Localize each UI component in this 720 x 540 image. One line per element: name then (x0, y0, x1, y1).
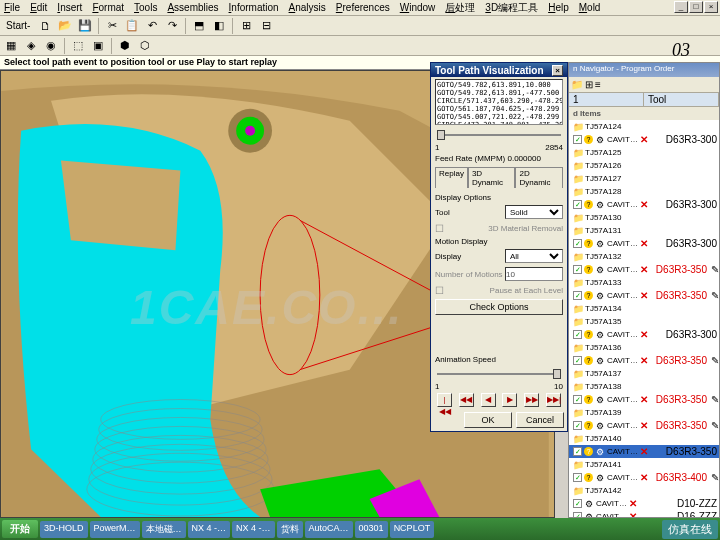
toolbar-btn[interactable]: ⬢ (116, 37, 134, 55)
forward-button[interactable]: ▶▶ (524, 393, 539, 407)
tree-item[interactable]: 📁TJ57A127 (569, 172, 719, 185)
ok-button[interactable]: OK (464, 412, 512, 428)
toolbar-btn[interactable]: 📂 (56, 17, 74, 35)
tree-item[interactable]: 📁TJ57A136 (569, 341, 719, 354)
checkbox-icon[interactable]: ✓ (573, 421, 582, 430)
tree-item[interactable]: 📁TJ57A125 (569, 146, 719, 159)
toolbar-btn[interactable]: ◈ (22, 37, 40, 55)
checkbox-icon[interactable]: ✓ (573, 512, 582, 517)
tree-item[interactable]: ✓?⚙CAVIT…✕D63R3-350✎ (569, 263, 719, 276)
tree-item[interactable]: 📁TJ57A135 (569, 315, 719, 328)
menu-item[interactable]: Information (229, 2, 279, 13)
step-fwd-button[interactable]: ▶ (502, 393, 517, 407)
tree-item[interactable]: 📁TJ57A126 (569, 159, 719, 172)
forward-end-button[interactable]: ▶▶| (546, 393, 561, 407)
menu-item[interactable]: 后处理 (445, 1, 475, 15)
toolbar-btn[interactable]: ◉ (42, 37, 60, 55)
checkbox-icon[interactable]: ✓ (573, 499, 582, 508)
toolbar-btn[interactable]: ⬒ (190, 17, 208, 35)
tree-item[interactable]: ✓?⚙CAVIT…✕D63R3-350✎ (569, 393, 719, 406)
tab-3d-dynamic[interactable]: 3D Dynamic (468, 167, 516, 188)
taskbar-item[interactable]: 00301 (355, 521, 388, 538)
tree-item[interactable]: ✓?⚙CAVIT…✕D63R3-300 (569, 237, 719, 250)
close-button[interactable]: × (704, 1, 718, 13)
checkbox-icon[interactable]: ✓ (573, 473, 582, 482)
tree-item[interactable]: 📁TJ57A142 (569, 484, 719, 497)
start-label[interactable]: Start- (2, 20, 34, 31)
minimize-button[interactable]: _ (674, 1, 688, 13)
toolbar-btn[interactable]: ⬡ (136, 37, 154, 55)
taskbar-item[interactable]: 本地磁… (142, 521, 186, 538)
tree-item[interactable]: ✓?⚙CAVIT…✕D63R3-300 (569, 328, 719, 341)
menu-item[interactable]: 3D编程工具 (485, 1, 538, 15)
tree-item[interactable]: ✓?⚙CAVIT…✕D63R3-350 (569, 445, 719, 458)
toolbar-btn[interactable]: ◧ (210, 17, 228, 35)
toolbar-btn[interactable]: ↶ (143, 17, 161, 35)
maximize-button[interactable]: □ (689, 1, 703, 13)
tree-item[interactable]: 📁TJ57A132 (569, 250, 719, 263)
menu-item[interactable]: Help (548, 2, 569, 13)
menu-item[interactable]: Edit (30, 2, 47, 13)
start-button[interactable]: 开始 (2, 520, 38, 538)
toolbar-btn[interactable]: ▣ (89, 37, 107, 55)
speed-slider[interactable] (435, 366, 563, 380)
tree-item[interactable]: ✓?⚙CAVIT…✕D63R3-300 (569, 133, 719, 146)
tool-select[interactable]: Solid (505, 205, 563, 219)
tree-item[interactable]: ✓?⚙CAVIT…✕D63R3-400✎ (569, 471, 719, 484)
tree-item[interactable]: 📁TJ57A131 (569, 224, 719, 237)
nav-btn[interactable]: ⊞ (585, 79, 593, 90)
nav-btn[interactable]: 📁 (571, 79, 583, 90)
toolbar-btn[interactable]: ✂ (103, 17, 121, 35)
system-tray[interactable]: 仿真在线 (662, 520, 718, 539)
display-select[interactable]: All (505, 249, 563, 263)
menu-item[interactable]: Format (92, 2, 124, 13)
tree-item[interactable]: ✓?⚙CAVIT…✕D63R3-350✎ (569, 289, 719, 302)
toolbar-btn[interactable]: ⊞ (237, 17, 255, 35)
checkbox-icon[interactable]: ✓ (573, 291, 582, 300)
toolbar-btn[interactable]: 📋 (123, 17, 141, 35)
taskbar-item[interactable]: NCPLOT (390, 521, 435, 538)
menu-item[interactable]: File (4, 2, 20, 13)
checkbox-icon[interactable]: ✓ (573, 135, 582, 144)
menu-item[interactable]: Preferences (336, 2, 390, 13)
tree-item[interactable]: 📁TJ57A139 (569, 406, 719, 419)
rewind-start-button[interactable]: |◀◀ (437, 393, 452, 407)
menu-item[interactable]: Assemblies (167, 2, 218, 13)
checkbox-icon[interactable]: ✓ (573, 330, 582, 339)
tree-item[interactable]: 📁TJ57A124 (569, 120, 719, 133)
tree-item[interactable]: 📁TJ57A138 (569, 380, 719, 393)
tree-item[interactable]: 📁TJ57A137 (569, 367, 719, 380)
cancel-button[interactable]: Cancel (516, 412, 564, 428)
tab-2d-dynamic[interactable]: 2D Dynamic (515, 167, 563, 188)
rewind-button[interactable]: ◀◀ (459, 393, 474, 407)
tree-item[interactable]: ✓⚙CAVIT…✕D10-ZZZ (569, 497, 719, 510)
menu-item[interactable]: Analysis (289, 2, 326, 13)
taskbar-item[interactable]: NX 4 -… (188, 521, 231, 538)
menu-item[interactable]: Mold (579, 2, 601, 13)
taskbar-item[interactable]: 3D-HOLD (40, 521, 88, 538)
checkbox-icon[interactable]: ✓ (573, 239, 582, 248)
toolbar-btn[interactable]: ▦ (2, 37, 20, 55)
toolbar-btn[interactable]: ↷ (163, 17, 181, 35)
menu-item[interactable]: Tools (134, 2, 157, 13)
checkbox-icon[interactable]: ✓ (573, 447, 582, 456)
nav-btn[interactable]: ≡ (595, 79, 601, 90)
toolbar-btn[interactable]: ⊟ (257, 17, 275, 35)
checkbox-icon[interactable]: ✓ (573, 356, 582, 365)
tree-item[interactable]: ✓⚙CAVIT…✕D16-ZZZ (569, 510, 719, 517)
check-options-button[interactable]: Check Options (435, 299, 563, 315)
toolbar-btn[interactable]: ⬚ (69, 37, 87, 55)
checkbox-icon[interactable]: ✓ (573, 265, 582, 274)
tab-replay[interactable]: Replay (435, 167, 468, 188)
tree-item[interactable]: ✓?⚙CAVIT…✕D63R3-300 (569, 198, 719, 211)
checkbox-icon[interactable]: ✓ (573, 395, 582, 404)
tree-item[interactable]: ✓?⚙CAVIT…✕D63R3-350✎ (569, 354, 719, 367)
tree-item[interactable]: 📁TJ57A128 (569, 185, 719, 198)
checkbox-icon[interactable]: ✓ (573, 200, 582, 209)
gcode-listbox[interactable]: GOTO/549.782,613.891,10.000 GOTO/549.782… (435, 79, 563, 125)
operation-tree[interactable]: 📁TJ57A124✓?⚙CAVIT…✕D63R3-300📁TJ57A125📁TJ… (569, 120, 719, 517)
tree-item[interactable]: ✓?⚙CAVIT…✕D63R3-350✎ (569, 419, 719, 432)
menu-item[interactable]: Window (400, 2, 436, 13)
dialog-close-button[interactable]: × (552, 65, 563, 76)
toolbar-btn[interactable]: 💾 (76, 17, 94, 35)
